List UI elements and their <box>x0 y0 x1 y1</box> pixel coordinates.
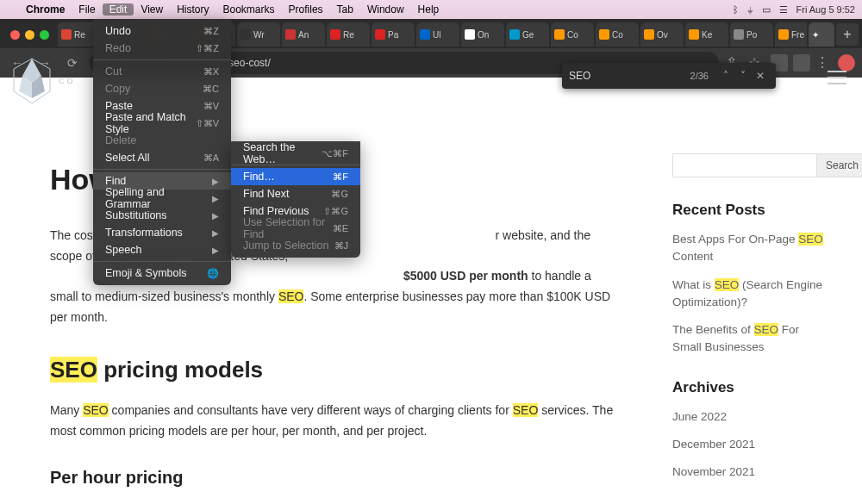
clock[interactable]: Fri Aug 5 9:52 <box>796 4 856 15</box>
archive-link[interactable]: November 2021 <box>672 464 828 481</box>
section-heading: SEO pricing models <box>50 351 621 389</box>
menu-profiles[interactable]: Profiles <box>282 3 330 16</box>
menu-item-find-[interactable]: Find…⌘F <box>231 168 360 185</box>
sidebar-heading-recent: Recent Posts <box>672 202 828 219</box>
control-center-icon[interactable]: ☰ <box>779 4 788 16</box>
menu-item-emoji-symbols[interactable]: Emoji & Symbols🌐 <box>93 264 231 282</box>
sidebar-heading-archives: Archives <box>672 379 828 396</box>
app-name[interactable]: Chrome <box>19 3 72 16</box>
menu-item-spelling-and-grammar[interactable]: Spelling and Grammar▶ <box>93 190 231 207</box>
find-match-count: 2/36 <box>690 71 709 81</box>
menu-file[interactable]: File <box>72 3 102 16</box>
menu-item-speech[interactable]: Speech▶ <box>93 241 231 258</box>
browser-tab[interactable]: Wr <box>237 22 280 47</box>
browser-tab[interactable]: Co <box>596 22 639 47</box>
browser-tab[interactable]: Fre <box>775 22 807 47</box>
browser-tab[interactable]: Ke <box>685 22 728 47</box>
profile-avatar[interactable] <box>838 54 855 72</box>
menu-item-use-selection-for-find: Use Selection for Find⌘E <box>231 220 360 237</box>
menu-item-transformations[interactable]: Transformations▶ <box>93 224 231 241</box>
recent-post-link[interactable]: What is SEO (Search Engine Optimization)… <box>672 277 828 312</box>
menu-tab[interactable]: Tab <box>330 3 360 16</box>
paragraph: Many SEO companies and consultants have … <box>50 401 621 442</box>
recent-post-link[interactable]: The Benefits of SEO For Small Businesses <box>672 321 828 357</box>
recent-post-link[interactable]: Best Apps For On-Page SEO Content <box>672 231 828 266</box>
edit-menu-dropdown: Undo⌘ZRedo⇧⌘ZCut⌘XCopy⌘CPaste⌘VPaste and… <box>93 19 231 285</box>
menu-view[interactable]: View <box>134 3 170 16</box>
menu-history[interactable]: History <box>170 3 216 16</box>
browser-tab[interactable]: Pa <box>372 22 415 47</box>
window-controls <box>3 30 56 40</box>
find-in-page-bar: SEO 2/36 ˄ ˅ ✕ <box>562 63 776 89</box>
search-button[interactable]: Search <box>817 153 862 177</box>
menu-item-redo: Redo⇧⌘Z <box>93 40 231 57</box>
browser-tab[interactable]: Ul <box>416 22 459 47</box>
minimize-window[interactable] <box>25 30 34 40</box>
maximize-window[interactable] <box>40 30 49 40</box>
find-close-button[interactable]: ✕ <box>752 70 769 82</box>
menubar-right: ᛒ ⏚ ▭ ☰ Fri Aug 5 9:52 <box>733 4 856 16</box>
menu-item-cut: Cut⌘X <box>93 63 231 80</box>
find-submenu: Search the Web…⌥⌘FFind…⌘FFind Next⌘GFind… <box>231 141 360 258</box>
menu-window[interactable]: Window <box>360 3 411 16</box>
archives-list: June 2022December 2021November 2021 <box>672 408 828 482</box>
menu-item-jump-to-selection: Jump to Selection⌘J <box>231 237 360 254</box>
menu-item-copy: Copy⌘C <box>93 80 231 97</box>
menu-help[interactable]: Help <box>411 3 447 16</box>
subsection-heading: Per hour pricing <box>50 463 621 492</box>
menu-item-undo[interactable]: Undo⌘Z <box>93 22 231 40</box>
archive-link[interactable]: June 2022 <box>672 408 828 426</box>
browser-tab[interactable]: Re <box>327 22 370 47</box>
browser-tab[interactable]: Ge <box>506 22 549 47</box>
close-window[interactable] <box>10 30 20 40</box>
menu-edit[interactable]: Edit <box>103 3 134 16</box>
browser-tab[interactable]: An <box>282 22 325 47</box>
browser-tab[interactable]: Po <box>730 22 773 47</box>
sidebar: Search Recent Posts Best Apps For On-Pag… <box>655 78 845 504</box>
bluetooth-icon[interactable]: ᛒ <box>733 4 739 15</box>
browser-tab[interactable]: Co <box>551 22 594 47</box>
wifi-icon[interactable]: ⏚ <box>747 4 753 15</box>
find-next-button[interactable]: ˅ <box>734 70 752 82</box>
archive-link[interactable]: December 2021 <box>672 436 828 453</box>
menu-item-select-all[interactable]: Select All⌘A <box>93 149 231 166</box>
menu-item-search-the-web-[interactable]: Search the Web…⌥⌘F <box>231 145 360 162</box>
browser-tab[interactable]: Ov <box>640 22 684 47</box>
menu-item-find-next[interactable]: Find Next⌘G <box>231 185 360 202</box>
new-tab-button[interactable]: + <box>836 23 859 46</box>
search-input[interactable] <box>672 153 817 177</box>
browser-tab-active[interactable]: ✦ <box>809 22 834 47</box>
browser-tab[interactable]: On <box>461 22 504 47</box>
find-prev-button[interactable]: ˄ <box>717 70 734 82</box>
find-query[interactable]: SEO <box>569 70 682 82</box>
macos-menubar: Chrome FileEditViewHistoryBookmarksProfi… <box>0 0 862 19</box>
extensions-button[interactable]: ⋮ <box>815 54 833 72</box>
battery-icon[interactable]: ▭ <box>762 4 771 16</box>
menu-item-paste-and-match-style[interactable]: Paste and Match Style⇧⌘V <box>93 115 231 132</box>
sidebar-search: Search <box>672 153 828 177</box>
menu-bookmarks[interactable]: Bookmarks <box>216 3 282 16</box>
recent-posts-list: Best Apps For On-Page SEO ContentWhat is… <box>672 231 828 357</box>
ext-icon[interactable] <box>793 54 810 72</box>
